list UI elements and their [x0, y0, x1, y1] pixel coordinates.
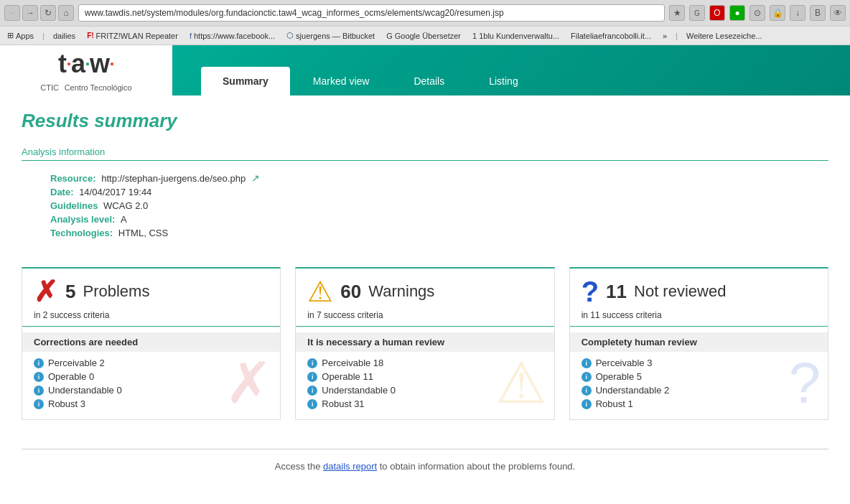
bookmark-apps[interactable]: ⊞ Apps: [4, 30, 37, 41]
extension-3[interactable]: ●: [729, 5, 745, 21]
footer: Access the datails report to obtain info…: [22, 449, 828, 483]
extension-5[interactable]: 🔒: [770, 5, 785, 21]
list-item: i Understandable 2: [582, 385, 816, 396]
info-icon[interactable]: i: [34, 358, 44, 368]
list-item: i Perceivable 3: [582, 358, 816, 368]
resource-label: Resource:: [50, 173, 96, 184]
reload-button[interactable]: ↻: [40, 5, 56, 21]
warnings-count: 60: [340, 281, 361, 303]
bookmark-sep-1: |: [42, 32, 45, 40]
problems-card: ✗ 5 Problems in 2 success criteria Corre…: [22, 267, 281, 420]
extension-6[interactable]: ↓: [790, 5, 805, 21]
tab-details[interactable]: Details: [392, 67, 466, 95]
bookmark-weitere[interactable]: Weitere Lesezeiche...: [683, 31, 765, 41]
logo-area: t●a●w● CTIC Centro Tecnológico: [0, 45, 172, 95]
home-button[interactable]: ⌂: [58, 5, 74, 21]
logo-subtitle: Centro Tecnológico: [65, 83, 132, 92]
bookmark-1blu[interactable]: 1 1blu Kundenverwaltu...: [470, 31, 562, 41]
logo-dot3: ●: [110, 60, 114, 67]
item-label: Operable 0: [48, 371, 94, 382]
warnings-watermark: ⚠: [495, 355, 547, 412]
info-icon[interactable]: i: [582, 399, 592, 409]
browser-chrome: ← → ↻ ⌂ www.tawdis.net/system/modules/or…: [0, 0, 850, 45]
info-icon[interactable]: i: [34, 386, 44, 396]
item-label: Operable 5: [596, 371, 642, 382]
forward-button[interactable]: →: [22, 5, 38, 21]
resource-value: http://stephan-juergens.de/seo.php: [101, 173, 246, 184]
browser-toolbar: ← → ↻ ⌂ www.tawdis.net/system/modules/or…: [0, 0, 850, 26]
main-content: Results summary Analysis information Res…: [0, 95, 850, 498]
bookmark-dailies[interactable]: dailies: [50, 31, 78, 41]
info-icon[interactable]: i: [34, 372, 44, 382]
bookmark-more[interactable]: »: [660, 31, 670, 41]
address-bar[interactable]: www.tawdis.net/system/modules/org.fundac…: [78, 4, 665, 22]
analysis-level-value: A: [121, 214, 127, 225]
resource-icon[interactable]: ↗: [251, 172, 260, 184]
info-icon[interactable]: i: [307, 399, 317, 409]
page-title: Results summary: [22, 110, 828, 132]
problems-description: Corrections are needed: [22, 332, 280, 352]
extension-8[interactable]: 👁: [830, 5, 846, 21]
bookmark-star[interactable]: ★: [669, 5, 685, 21]
guidelines-value: WCAG 2.0: [103, 200, 148, 211]
bookmark-bitbucket[interactable]: ⬡ sjuergens — Bitbucket: [284, 30, 378, 41]
analysis-level-row: Analysis level: A: [50, 214, 828, 225]
bookmark-google[interactable]: G Google Übersetzer: [383, 31, 464, 41]
bookmark-sep-2: |: [676, 32, 678, 40]
list-item: i Operable 5: [582, 371, 816, 382]
extension-2[interactable]: O: [709, 5, 725, 21]
problems-count: 5: [65, 281, 75, 303]
guidelines-label: Guidelines: [50, 200, 98, 211]
logo-ctic: CTIC: [40, 83, 59, 92]
extension-4[interactable]: ⊙: [749, 5, 765, 21]
info-icon[interactable]: i: [582, 358, 592, 368]
nav-buttons: ← → ↻ ⌂: [4, 5, 74, 21]
item-label: Understandable 0: [48, 385, 122, 396]
date-row: Date: 14/04/2017 19:44: [50, 187, 828, 197]
item-label: Understandable 2: [596, 385, 670, 396]
not-reviewed-description: Completety human review: [570, 332, 828, 352]
info-icon[interactable]: i: [582, 386, 592, 396]
item-label: Operable 11: [322, 371, 373, 382]
bookmark-facebook[interactable]: f https://www.facebook...: [187, 31, 278, 41]
item-label: Robust 31: [322, 398, 364, 409]
cards-row: ✗ 5 Problems in 2 success criteria Corre…: [22, 267, 828, 420]
problems-label: Problems: [83, 282, 149, 301]
logo-t: t: [58, 49, 67, 79]
item-label: Perceivable 18: [322, 358, 383, 368]
extension-1[interactable]: G: [689, 5, 705, 21]
date-value: 14/04/2017 19:44: [79, 187, 151, 197]
not-reviewed-subtitle: in 11 success criteria: [570, 310, 828, 327]
warnings-header: ⚠ 60 Warnings: [296, 269, 554, 310]
bookmark-bar: ⊞ Apps | dailies F! FRITZ!WLAN Repeater …: [0, 26, 850, 45]
info-icon[interactable]: i: [307, 372, 317, 382]
item-label: Perceivable 2: [48, 358, 105, 368]
tab-listing[interactable]: Listing: [467, 67, 539, 95]
warnings-icon: ⚠: [307, 277, 333, 306]
back-button[interactable]: ←: [4, 5, 20, 21]
warnings-card: ⚠ 60 Warnings in 7 success criteria It i…: [295, 267, 554, 420]
list-item: i Robust 1: [582, 398, 816, 409]
tab-summary[interactable]: Summary: [201, 67, 290, 95]
info-icon[interactable]: i: [307, 386, 317, 396]
item-label: Robust 3: [48, 398, 85, 409]
tab-marked-view[interactable]: Marked view: [291, 67, 391, 95]
problems-subtitle: in 2 success criteria: [22, 310, 280, 327]
extension-7[interactable]: B: [810, 5, 826, 21]
guidelines-row: Guidelines WCAG 2.0: [50, 200, 828, 211]
info-icon[interactable]: i: [582, 372, 592, 382]
logo-a: a: [71, 49, 85, 79]
url-text: www.tawdis.net/system/modules/org.fundac…: [85, 8, 504, 18]
warnings-label: Warnings: [368, 282, 434, 301]
technologies-label: Technologies:: [50, 228, 113, 238]
bookmark-filatelie[interactable]: Filateliaefrancobolli.it...: [568, 31, 654, 41]
item-label: Robust 1: [596, 398, 633, 409]
info-icon[interactable]: i: [34, 399, 44, 409]
bookmark-fritz[interactable]: F! FRITZ!WLAN Repeater: [84, 31, 181, 41]
warnings-subtitle: in 7 success criteria: [296, 310, 554, 327]
section-header: Analysis information: [22, 146, 828, 161]
footer-link[interactable]: datails report: [323, 461, 377, 472]
not-reviewed-header: ? 11 Not reviewed: [570, 269, 828, 310]
info-icon[interactable]: i: [307, 358, 317, 368]
logo: t●a●w●: [58, 49, 114, 79]
